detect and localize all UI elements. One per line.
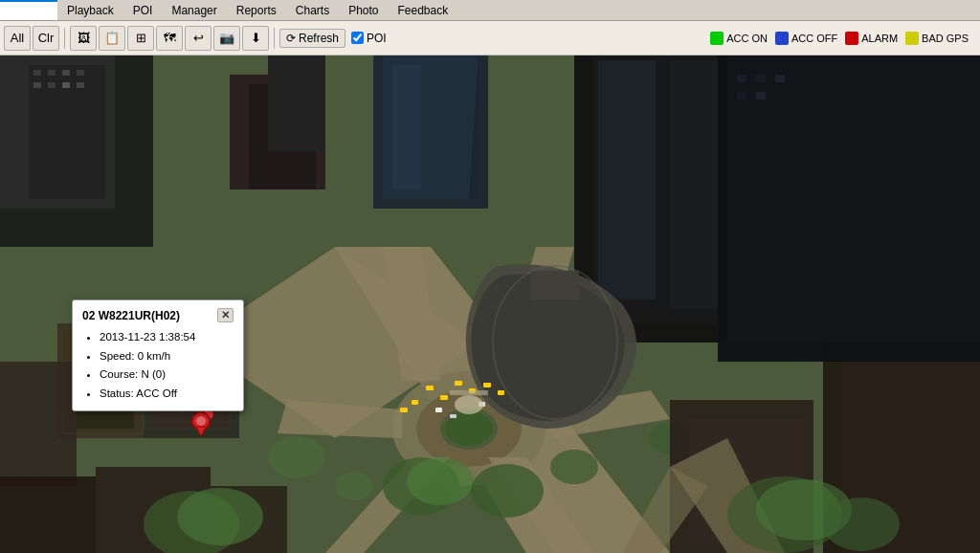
legend-bad-gps: BAD GPS <box>905 32 969 45</box>
svg-rect-51 <box>426 386 434 390</box>
menu-playback[interactable]: Playback <box>57 0 123 20</box>
popup-detail-3: Status: ACC Off <box>100 385 234 404</box>
svg-rect-9 <box>48 82 56 88</box>
svg-point-87 <box>823 498 900 551</box>
svg-point-41 <box>550 450 598 484</box>
svg-rect-46 <box>0 362 77 486</box>
menu-reports[interactable]: Reports <box>227 0 286 20</box>
menu-bar: Monitor Playback POI Manager Reports Cha… <box>0 0 980 21</box>
popup-detail-1: Speed: 0 km/h <box>100 347 234 366</box>
svg-marker-91 <box>196 427 206 436</box>
svg-rect-64 <box>0 476 96 553</box>
svg-point-38 <box>407 457 474 505</box>
acc-off-label: ACC OFF <box>791 33 837 44</box>
poi-checkbox[interactable] <box>351 32 364 44</box>
svg-rect-61 <box>450 414 457 418</box>
menu-poi[interactable]: POI <box>123 0 163 20</box>
vehicle-popup: 02 W8221UR(H02) ✕ 2013-11-23 1:38:54 Spe… <box>72 299 244 411</box>
menu-monitor[interactable]: Monitor <box>0 0 57 20</box>
separator-2 <box>274 28 275 49</box>
svg-rect-74 <box>737 92 746 100</box>
svg-rect-6 <box>62 70 70 76</box>
back-icon: ↩ <box>193 31 204 45</box>
map-icon: 🗺 <box>164 31 176 45</box>
grid-icon: ⊞ <box>136 31 146 45</box>
legend-area: ACC ON ACC OFF ALARM BAD GPS <box>710 32 976 45</box>
svg-rect-14 <box>598 60 656 299</box>
svg-point-42 <box>335 472 373 500</box>
svg-rect-52 <box>440 395 448 400</box>
download-icon: ⬇ <box>251 31 261 45</box>
clr-label: Clr <box>38 31 55 45</box>
svg-rect-58 <box>400 408 408 412</box>
svg-rect-5 <box>48 70 56 76</box>
map-button[interactable]: 🗺 <box>156 26 183 51</box>
download-button[interactable]: ⬇ <box>242 26 269 51</box>
refresh-icon: ⟳ <box>286 32 296 45</box>
svg-rect-7 <box>77 70 84 76</box>
vehicle-title: 02 W8221UR(H02) <box>82 309 180 322</box>
legend-acc-off: ACC OFF <box>775 32 837 45</box>
svg-rect-11 <box>77 82 84 88</box>
svg-point-39 <box>471 464 544 518</box>
refresh-label: Refresh <box>299 32 339 45</box>
camera-button[interactable]: 📷 <box>213 26 240 51</box>
separator-1 <box>64 28 65 49</box>
svg-rect-55 <box>483 383 491 387</box>
popup-detail-0: 2013-11-23 1:38:54 <box>100 328 234 347</box>
svg-rect-80 <box>450 390 488 395</box>
svg-rect-15 <box>670 60 718 309</box>
alarm-dot <box>845 32 858 45</box>
menu-photo[interactable]: Photo <box>339 0 388 20</box>
bad-gps-dot <box>905 32 919 45</box>
svg-rect-8 <box>33 82 41 88</box>
svg-point-79 <box>455 395 483 414</box>
camera-icon: 📷 <box>219 31 234 45</box>
toolbar: All Clr 🖼 📋 ⊞ 🗺 ↩ 📷 ⬇ ⟳ Refresh POI ACC … <box>0 21 980 55</box>
menu-manager[interactable]: Manager <box>162 0 226 20</box>
svg-rect-73 <box>775 75 785 82</box>
svg-point-92 <box>196 416 206 426</box>
svg-point-40 <box>268 436 325 478</box>
all-button[interactable]: All <box>4 26 31 51</box>
menu-feedback[interactable]: Feedback <box>389 0 458 20</box>
svg-point-84 <box>177 488 263 545</box>
poi-label: POI <box>367 32 387 45</box>
map-container[interactable]: 02 W8221UR(H02) ✕ 2013-11-23 1:38:54 Spe… <box>0 55 980 553</box>
svg-rect-57 <box>412 400 418 405</box>
acc-off-dot <box>775 32 789 45</box>
bad-gps-label: BAD GPS <box>922 33 969 44</box>
svg-rect-10 <box>62 82 70 88</box>
popup-title-bar: 02 W8221UR(H02) ✕ <box>82 308 234 322</box>
svg-rect-53 <box>455 381 462 386</box>
list-button[interactable]: 📋 <box>99 26 125 51</box>
vehicle-icon <box>187 409 215 438</box>
poi-checkbox-label[interactable]: POI <box>347 32 387 45</box>
clr-button[interactable]: Clr <box>33 26 59 51</box>
legend-acc-on: ACC ON <box>710 32 768 45</box>
grid-button[interactable]: ⊞ <box>127 26 154 51</box>
refresh-button[interactable]: ⟳ Refresh <box>279 29 345 48</box>
legend-alarm: ALARM <box>845 32 898 45</box>
popup-close-button[interactable]: ✕ <box>217 308 234 322</box>
svg-rect-4 <box>33 70 41 76</box>
svg-rect-72 <box>756 75 766 82</box>
all-label: All <box>11 31 24 45</box>
svg-rect-19 <box>392 65 421 189</box>
svg-rect-22 <box>268 55 325 151</box>
vehicle-marker[interactable] <box>187 409 215 441</box>
svg-rect-50 <box>531 271 579 299</box>
svg-rect-71 <box>737 75 746 82</box>
svg-rect-59 <box>435 408 442 412</box>
popup-details-list: 2013-11-23 1:38:54 Speed: 0 km/h Course:… <box>82 328 234 403</box>
menu-charts[interactable]: Charts <box>286 0 339 20</box>
acc-on-dot <box>710 32 724 45</box>
acc-on-label: ACC ON <box>726 33 768 44</box>
back-button[interactable]: ↩ <box>185 26 212 51</box>
image-button[interactable]: 🖼 <box>70 26 97 51</box>
svg-rect-56 <box>498 390 504 395</box>
alarm-label: ALARM <box>861 33 898 44</box>
image-icon: 🖼 <box>78 31 90 45</box>
list-icon: 📋 <box>104 31 120 45</box>
svg-rect-75 <box>756 92 766 100</box>
